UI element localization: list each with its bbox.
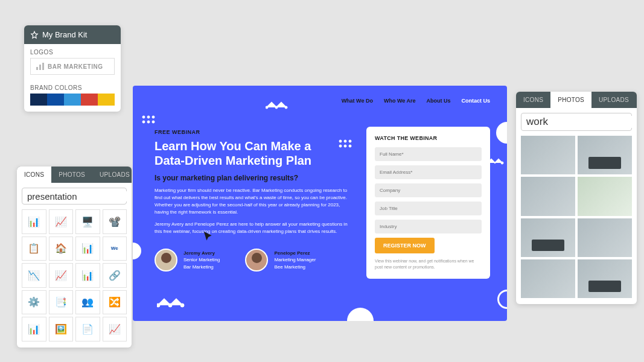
avatar <box>245 249 268 272</box>
job-title-field[interactable] <box>375 202 482 215</box>
photo-search-input[interactable] <box>526 116 637 128</box>
color-swatch[interactable] <box>81 94 98 106</box>
webinar-form: WATCH THE WEBINAR REGISTER NOW View this… <box>366 127 490 279</box>
color-swatch[interactable] <box>98 94 115 106</box>
icon-item[interactable]: 📈 <box>49 263 74 288</box>
icon-item[interactable]: 📊 <box>75 237 100 261</box>
icon-item[interactable]: 👥 <box>75 290 100 315</box>
star-icon <box>30 31 39 39</box>
speaker-title: Marketing Manager <box>274 256 316 263</box>
nav-link[interactable]: Contact Us <box>461 98 490 104</box>
icon-item[interactable]: 📈 <box>49 209 74 234</box>
icon-item[interactable]: 🖥️ <box>75 209 100 234</box>
svg-rect-2 <box>42 63 44 70</box>
photo-item[interactable] <box>521 177 575 215</box>
design-canvas[interactable]: What We Do Who We Are About Us Contact U… <box>133 86 507 321</box>
icon-item[interactable]: 📊 <box>22 209 46 234</box>
svg-point-25 <box>168 303 172 307</box>
icon-item[interactable]: 🖼️ <box>49 317 74 341</box>
icon-item[interactable]: 📊 <box>22 317 46 341</box>
form-title: WATCH THE WEBINAR <box>375 135 482 141</box>
icon-item[interactable]: 📽️ <box>103 209 127 234</box>
svg-point-10 <box>142 121 145 123</box>
tab-photos[interactable]: PHOTOS <box>51 167 92 183</box>
decoration-circle <box>347 308 374 321</box>
icons-panel: ICONS PHOTOS UPLOADS 📊 📈 🖥️ 📽️ 📋 🏠 📊 We … <box>17 167 132 348</box>
speaker-title: Senior Marketing <box>183 256 220 263</box>
icons-panel-tabs: ICONS PHOTOS UPLOADS <box>17 167 132 183</box>
overline: FREE WEBINAR <box>155 129 348 135</box>
canvas-content: FREE WEBINAR Learn How You Can Make aDat… <box>155 129 348 272</box>
svg-rect-0 <box>36 67 38 70</box>
svg-point-9 <box>152 116 155 118</box>
svg-point-14 <box>275 106 278 109</box>
svg-point-15 <box>285 106 287 109</box>
icon-item[interactable]: 📊 <box>75 263 100 288</box>
photo-item[interactable] <box>578 259 632 298</box>
icon-item[interactable]: 🔀 <box>103 290 127 315</box>
photo-item[interactable] <box>521 136 575 174</box>
photo-item[interactable] <box>578 136 632 174</box>
svg-rect-1 <box>39 65 41 70</box>
brand-kit-title: My Brand Kit <box>42 30 87 39</box>
decoration-line <box>157 297 187 311</box>
decoration-circle <box>496 122 507 144</box>
tab-photos[interactable]: PHOTOS <box>550 92 591 108</box>
tab-icons[interactable]: ICONS <box>17 167 51 183</box>
brand-kit-panel: My Brand Kit LOGOS BAR MARKETING BRAND C… <box>24 25 121 112</box>
icon-item[interactable]: 📈 <box>103 317 127 341</box>
photos-panel-tabs: ICONS PHOTOS UPLOADS <box>516 92 637 108</box>
photo-grid <box>516 136 637 304</box>
tab-icons[interactable]: ICONS <box>516 92 550 108</box>
company-field[interactable] <box>375 183 482 197</box>
icon-item[interactable]: 🏠 <box>49 237 74 261</box>
nav-link[interactable]: What We Do <box>342 98 373 104</box>
speaker-company: Bar Marketing <box>183 264 220 270</box>
brand-colors-label: BRAND COLORS <box>24 80 121 94</box>
tab-uploads[interactable]: UPLOADS <box>591 92 636 108</box>
icon-item[interactable]: 📑 <box>49 290 74 315</box>
icon-search-input[interactable] <box>27 191 132 202</box>
icon-item[interactable]: 🔗 <box>103 263 127 288</box>
decoration-ring <box>497 290 507 309</box>
nav-link[interactable]: About Us <box>426 98 450 104</box>
full-name-field[interactable] <box>375 147 482 161</box>
decoration-line <box>266 100 290 112</box>
color-swatch[interactable] <box>47 94 64 106</box>
speaker: Penelope Perez Marketing Manager Bee Mar… <box>245 249 316 272</box>
register-button[interactable]: REGISTER NOW <box>375 238 435 253</box>
subhead: Is your marketing plan delivering result… <box>155 174 348 182</box>
icon-item[interactable]: ⚙️ <box>22 290 46 315</box>
brand-kit-header: My Brand Kit <box>24 25 121 44</box>
avatar <box>155 249 177 272</box>
industry-field[interactable] <box>375 220 482 233</box>
photo-search[interactable] <box>521 113 632 131</box>
body-paragraph: Jeremy Avery and Penelope Perez are here… <box>155 221 348 235</box>
color-swatch[interactable] <box>30 94 47 106</box>
headline: Learn How You Can Make aData-Driven Mark… <box>155 139 348 168</box>
brand-logo[interactable]: BAR MARKETING <box>30 58 115 75</box>
brand-logo-text: BAR MARKETING <box>48 63 103 70</box>
svg-point-23 <box>501 162 503 164</box>
logos-label: LOGOS <box>24 44 121 58</box>
icon-item[interactable]: 📋 <box>22 237 46 261</box>
color-swatch[interactable] <box>64 94 81 106</box>
photo-item[interactable] <box>578 218 632 257</box>
photo-item[interactable] <box>521 259 575 298</box>
svg-point-13 <box>266 106 268 109</box>
speaker-name: Penelope Perez <box>274 250 316 256</box>
speaker-company: Bee Marketing <box>274 264 316 270</box>
icon-grid: 📊 📈 🖥️ 📽️ 📋 🏠 📊 We 📉 📈 📊 🔗 ⚙️ 📑 👥 🔀 📊 🖼️… <box>17 209 132 348</box>
icon-item[interactable]: 📄 <box>75 317 100 341</box>
email-field[interactable] <box>375 165 482 179</box>
photo-item[interactable] <box>578 177 632 215</box>
tab-uploads[interactable]: UPLOADS <box>92 167 132 183</box>
icon-search[interactable] <box>22 188 127 205</box>
photo-item[interactable] <box>521 218 575 257</box>
nav-link[interactable]: Who We Are <box>384 98 416 104</box>
bar-chart-icon <box>36 62 45 71</box>
svg-point-24 <box>157 303 160 307</box>
svg-point-26 <box>180 303 184 307</box>
icon-item[interactable]: We <box>103 237 127 261</box>
icon-item[interactable]: 📉 <box>22 263 46 288</box>
